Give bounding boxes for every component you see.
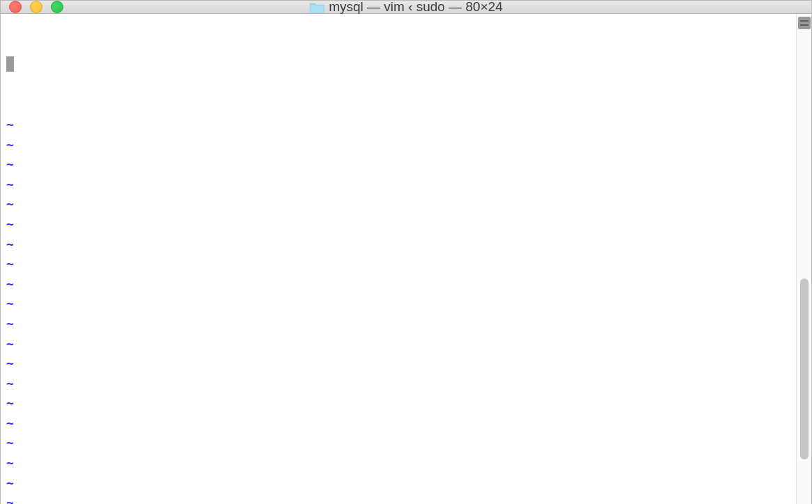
titlebar[interactable]: mysql — vim ‹ sudo — 80×24 xyxy=(1,1,811,14)
cursor xyxy=(6,56,14,72)
window-title-group: mysql — vim ‹ sudo — 80×24 xyxy=(309,0,503,15)
empty-line-tilde: ~ xyxy=(6,453,790,473)
scrollbar-marker-icon xyxy=(798,17,811,29)
empty-line-tilde: ~ xyxy=(6,135,790,155)
empty-line-tilde: ~ xyxy=(6,155,790,175)
empty-line-tilde: ~ xyxy=(6,433,790,453)
empty-line-tilde: ~ xyxy=(6,334,790,354)
empty-line-tilde: ~ xyxy=(6,473,790,494)
empty-line-tilde: ~ xyxy=(6,254,790,274)
traffic-lights xyxy=(9,1,63,13)
empty-line-tilde: ~ xyxy=(6,314,790,334)
maximize-button[interactable] xyxy=(51,1,63,13)
empty-line-tilde: ~ xyxy=(6,374,790,394)
empty-line-tilde: ~ xyxy=(6,235,790,255)
empty-line-tilde: ~ xyxy=(6,214,790,235)
editor-area[interactable]: ~~~~~~~~~~~~~~~~~~~~~~ ".bash_profile" [… xyxy=(1,14,796,504)
empty-line-tilde: ~ xyxy=(6,294,790,314)
terminal-body: ~~~~~~~~~~~~~~~~~~~~~~ ".bash_profile" [… xyxy=(1,14,811,504)
scrollbar-thumb[interactable] xyxy=(800,278,809,459)
terminal-window: mysql — vim ‹ sudo — 80×24 ~~~~~~~~~~~~~… xyxy=(0,0,812,504)
empty-line-tilde: ~ xyxy=(6,493,790,504)
empty-line-tilde: ~ xyxy=(6,414,790,434)
window-title: mysql — vim ‹ sudo — 80×24 xyxy=(329,0,503,15)
close-button[interactable] xyxy=(9,1,22,13)
empty-line-tilde: ~ xyxy=(6,115,790,135)
folder-icon xyxy=(309,1,325,13)
empty-line-tilde: ~ xyxy=(6,175,790,195)
empty-line-tilde: ~ xyxy=(6,194,790,214)
empty-line-tilde: ~ xyxy=(6,274,790,294)
empty-line-tilde: ~ xyxy=(6,393,790,414)
minimize-button[interactable] xyxy=(30,1,42,13)
empty-line-tilde: ~ xyxy=(6,354,790,374)
scrollbar[interactable] xyxy=(796,14,811,504)
